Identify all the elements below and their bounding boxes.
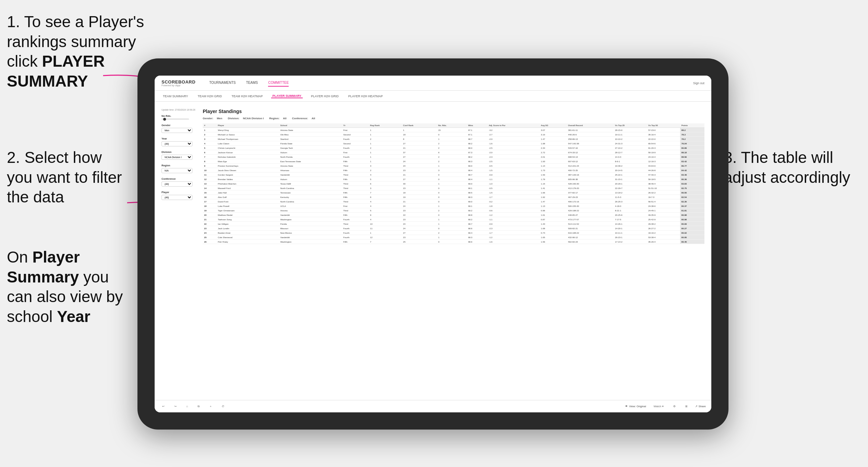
table-cell: 80.02 [680, 231, 704, 235]
region-display: Region: All [269, 117, 287, 120]
table-cell: Auburn [279, 177, 342, 181]
table-cell: 69.2 [467, 208, 487, 213]
region-value: All [283, 117, 287, 120]
table-cell: 20-29-1 [614, 181, 647, 186]
tablet-device: SCOREBOARD Powered by clippi TOURNAMENTS… [137, 58, 728, 430]
table-cell: 7-17-5 [614, 217, 647, 222]
table-cell: Michael Thorbjornsen [216, 137, 279, 141]
year-filter-select[interactable]: (All) First Second Third Fourth Fifth [162, 141, 192, 146]
table-cell: 514-111-52 [567, 222, 613, 226]
instruction-step3-text: 3. The table will adjust accordingly [724, 148, 850, 186]
gender-filter-label: Gender [162, 124, 196, 127]
table-cell: 674-33-12 [567, 150, 613, 155]
nav-tournaments[interactable]: TOURNAMENTS [209, 79, 236, 87]
table-cell: 1.15 [539, 181, 567, 186]
table-cell: Fifth [342, 159, 369, 164]
nav-teams[interactable]: TEAMS [246, 79, 258, 87]
col-points: Points [680, 123, 704, 128]
division-filter-label: Division [162, 151, 196, 154]
table-cell: 80.95 [680, 235, 704, 240]
table-cell: 1 [369, 159, 402, 164]
sub-nav-team-h2h-heatmap[interactable]: TEAM H2H HEATMAP [230, 94, 264, 98]
nav-committee[interactable]: COMMITTEE [268, 79, 289, 87]
no-rds-slider[interactable] [162, 119, 189, 120]
table-cell: 38-46-4 [647, 181, 680, 186]
table-cell: Fourth [342, 146, 369, 150]
table-cell: 22 [203, 222, 216, 226]
region-filter-select[interactable]: N/A All [162, 168, 192, 173]
table-cell: New Mexico [279, 231, 342, 235]
table-cell: 20-14-5 [614, 168, 647, 173]
table-cell: 22-29-7 [614, 186, 647, 190]
table-cell: 2.34 [539, 146, 567, 150]
table-cell: 16 [203, 195, 216, 199]
table-row: 10Jacob Skov OlesenArkansasFifth223368.4… [203, 168, 704, 173]
table-cell: 27-10-2 [614, 146, 647, 150]
table-cell: Third [342, 164, 369, 168]
watch-button[interactable]: Watch ▾ [652, 404, 666, 409]
table-scroll-container[interactable]: # Player School Yr Reg Rank Conf Rank No… [203, 123, 704, 244]
table-cell: 23 [402, 168, 437, 173]
table-cell: 65-54-6 [647, 141, 680, 146]
table-cell: Texas A&M [279, 181, 342, 186]
clock-button[interactable]: ⏱ [220, 404, 226, 409]
gender-display: Gender: Men [203, 117, 222, 120]
table-cell: Luke Powell [216, 204, 279, 208]
table-cell: Preston Summerhays [216, 164, 279, 168]
gender-filter-select[interactable]: Men Women [162, 128, 192, 133]
table-cell: 17 [203, 199, 216, 204]
table-cell: 80.55 [680, 190, 704, 195]
table-cell: 80.98 [680, 213, 704, 217]
add-button[interactable]: ＋ [207, 403, 214, 409]
share-button[interactable]: ↗ Share [695, 405, 706, 408]
table-cell: -1.6 [487, 240, 539, 244]
copy-button[interactable]: ⧉ [196, 404, 202, 409]
sub-nav-team-summary[interactable]: TEAM SUMMARY [162, 94, 189, 98]
table-cell: Second [342, 141, 369, 146]
sub-nav-team-h2h-grid[interactable]: TEAM H2H GRID [196, 94, 223, 98]
table-cell: 68.2 [467, 155, 487, 159]
sub-nav-player-h2h-heatmap[interactable]: PLAYER H2H HEATMAP [347, 94, 384, 98]
table-cell: 44-26-8 [647, 168, 680, 173]
table-cell: Tiger Christensen [216, 208, 279, 213]
table-cell: 1 [203, 128, 216, 132]
sign-out-link[interactable]: Sign out [693, 81, 704, 85]
table-cell: 13-18-2 [614, 190, 647, 195]
home-button[interactable]: ⌂ [184, 404, 190, 409]
redo-button[interactable]: ↪ [172, 404, 179, 409]
table-cell: 68.7 [467, 173, 487, 177]
table-cell: 19-11-1 [614, 132, 647, 137]
view-original[interactable]: 👁 View: Original [625, 405, 646, 408]
table-row: 8Mats EgeEast Tennessee StateFifth124268… [203, 159, 704, 164]
table-cell: 500-155-30 [567, 204, 613, 208]
table-cell: 28-15-0 [614, 128, 647, 132]
table-cell: 0 [437, 132, 467, 137]
table-cell: 3 [437, 168, 467, 173]
undo-button[interactable]: ↩ [160, 404, 167, 409]
nav-links: TOURNAMENTS TEAMS COMMITTEE [209, 79, 679, 87]
table-cell: 11 [369, 226, 402, 231]
conference-value: All [312, 117, 315, 120]
table-cell: 1.13 [539, 204, 567, 208]
sub-nav: TEAM SUMMARY TEAM H2H GRID TEAM H2H HEAT… [155, 91, 711, 102]
settings-button[interactable]: ⚙ [671, 404, 678, 409]
grid-button[interactable]: ⊞ [683, 404, 690, 409]
table-cell: 68.4 [467, 168, 487, 173]
region-filter-group: Region N/A All [162, 164, 196, 173]
conference-filter-select[interactable]: (All) [162, 181, 192, 187]
table-cell: Fifth [342, 168, 369, 173]
table-cell: 88.2 [680, 128, 704, 132]
table-cell: Third [342, 208, 369, 213]
instruction-bottom: On Player Summary you can also view by s… [7, 247, 131, 326]
division-filter-select[interactable]: NCAA Division I [162, 155, 192, 160]
table-cell: 258-86-13 [567, 137, 613, 141]
table-cell: 82.75 [680, 186, 704, 190]
table-cell: First [342, 204, 369, 208]
sub-nav-player-h2h-grid[interactable]: PLAYER H2H GRID [310, 94, 340, 98]
table-cell: 47-40-3 [647, 173, 680, 177]
player-filter-select[interactable]: (All) [162, 195, 192, 200]
sub-nav-player-summary[interactable]: PLAYER SUMMARY [271, 94, 303, 98]
table-cell: 11-5-3 [614, 195, 647, 199]
table-cell: Jacob Skov Olesen [216, 168, 279, 173]
table-cell: 1.56 [539, 240, 567, 244]
